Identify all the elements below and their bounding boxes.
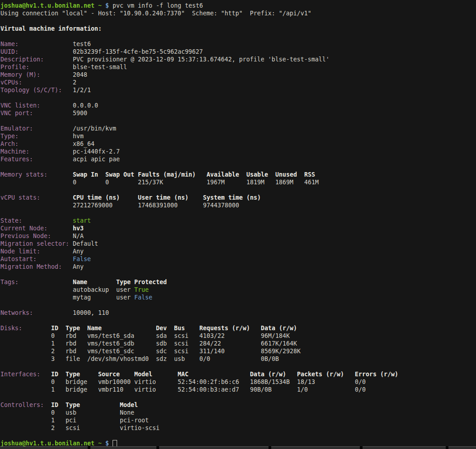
memstats-header-seg-0: Memory stats: [0,171,47,178]
controller-row-0: 0usbNone [0,409,476,416]
memstats-values-seg-4: 1819M [246,178,264,186]
interface-row-1: 1bridgevmbr110virtio52:54:00:b3:ae:d790B… [0,386,476,393]
tags-header-seg-1: Name [73,278,87,286]
disk-row-0-seg-0: 0 [51,332,55,340]
tags-header-seg-2: Type [116,278,131,286]
field-uuid: UUID:02b3239f-135f-4cfe-be75-5c962ac9962… [0,48,476,56]
disks-header-seg-1: ID [51,324,58,332]
disks-header-seg-3: Name [87,324,102,332]
controller-row-1-seg-2: pci-root [120,416,149,424]
tag-row-autobackup-seg-2: True [134,286,149,294]
field-migration-selector: Migration selector:Default [0,240,476,248]
field-current-node-seg-0: Current Node: [0,224,47,232]
interface-row-0: 0bridgevmbr10000virtio52:54:00:2f:b6:c61… [0,378,476,386]
field-vcpus-seg-0: vCPUs: [0,79,22,86]
field-features-seg-1: acpi apic pae [73,155,120,163]
disk-row-2: 2rbdvms/test6_sdcsdcscsi311/1408569K/292… [0,347,476,355]
taskbar-window-button-3[interactable] [271,446,360,449]
field-memory: Memory (M):2048 [0,71,476,79]
interface-row-1-seg-4: 52:54:00:b3:ae:d7 [178,386,239,393]
memstats-header: Memory stats:Swap InSwap OutFaults (maj/… [0,171,476,178]
taskbar-window-button-0[interactable] [0,446,88,449]
field-profile-seg-1: blse-test-small [73,63,127,71]
taskbar-window-button-5[interactable] [448,446,476,449]
interfaces-header-seg-0: Interfaces: [0,370,40,378]
section-title-seg-0: Virtual machine information: [0,25,102,33]
vcpustats-values: 27212769000174683910009744378000 [0,201,476,209]
memstats-header-seg-2: Swap Out [105,171,134,178]
vcpustats-values-seg-0: 27212769000 [73,201,113,209]
controller-row-2-seg-0: 2 [51,424,55,432]
tags-header-seg-3: Protected [134,278,167,286]
tag-row-mytag-seg-2: False [134,294,152,301]
field-migration-selector-seg-1: Default [73,240,98,248]
field-vnc-listen: VNC listen:0.0.0.0 [0,102,476,109]
interface-row-0-seg-1: bridge [66,378,87,386]
vcpustats-values-seg-2: 9744378000 [203,201,239,209]
interface-row-1-seg-7: 0/0 [355,386,366,393]
field-state: State:start [0,217,476,224]
disks-header-seg-5: Bus [174,324,185,332]
controllers-header-seg-3: Model [120,401,138,409]
disk-row-2-seg-6: 8569K/2928K [261,347,301,355]
vcpustats-header-seg-2: User time (ns) [138,194,189,201]
tags-header-seg-0: Tags: [0,278,19,286]
field-type: Type:hvm [0,132,476,140]
interfaces-header: Interfaces:IDTypeSourceModelMACData (r/w… [0,370,476,378]
tag-row-mytag-seg-1: user [116,294,131,301]
disk-row-3: 3file/dev/shm/vhostmd0sdzusb0/00B/0B [0,355,476,363]
field-migration-method-seg-1: Any [73,263,84,271]
taskbar-window-button-2[interactable] [159,446,269,449]
field-uuid-seg-0: UUID: [0,48,19,56]
disk-row-2-seg-0: 2 [51,347,55,355]
field-name: Name:test6 [0,40,476,48]
tag-row-mytag: mytaguserFalse [0,294,476,301]
field-vnc-listen-seg-0: VNC listen: [0,102,40,109]
prompt-line-1-seg-0: joshua@hv1.t.u.bonilan.net [0,2,94,9]
field-state-seg-1: start [73,217,91,224]
interfaces-header-seg-7: Packets (r/w) [297,370,344,378]
vcpustats-values-seg-1: 17468391000 [138,201,178,209]
interface-row-0-seg-3: virtio [134,378,156,386]
field-topology-seg-0: Topology (S/C/T): [0,86,62,94]
tag-row-autobackup: autobackupuserTrue [0,286,476,294]
memstats-values-seg-0: 0 [73,178,76,186]
interfaces-header-seg-8: Errors (r/w) [355,370,398,378]
field-node-limit-seg-0: Node limit: [0,248,40,255]
disks-header-seg-2: Type [66,324,80,332]
taskbar-window-button-4[interactable] [363,446,446,449]
field-migration-selector-seg-0: Migration selector: [0,240,69,248]
vcpustats-header-seg-3: System time (ns) [203,194,261,201]
field-type-seg-0: Type: [0,132,19,140]
memstats-values-seg-1: 0 [105,178,109,186]
disk-row-2-seg-4: scsi [174,347,189,355]
field-memory-seg-1: 2048 [73,71,87,79]
field-networks-seg-0: Networks: [0,309,33,317]
disk-row-1-seg-6: 6617K/164K [261,340,297,347]
vcpustats-header-seg-1: CPU time (ns) [73,194,120,201]
disk-row-2-seg-3: sdc [156,347,167,355]
memstats-header-seg-4: Available [207,171,239,178]
field-name-seg-0: Name: [0,40,19,48]
connection-info-seg-0: Using connection "local" - Host: "10.90.… [0,9,311,17]
disk-row-0-seg-1: rbd [66,332,76,340]
field-autostart-seg-0: Autostart: [0,255,37,263]
disks-header-seg-0: Disks: [0,324,22,332]
interface-row-0-seg-6: 18/13 [297,378,315,386]
memstats-values-seg-2: 215/37K [138,178,163,186]
interfaces-header-seg-3: Source [98,370,120,378]
interface-row-1-seg-3: virtio [134,386,156,393]
field-arch-seg-0: Arch: [0,140,19,148]
controller-row-0-seg-0: 0 [51,409,55,416]
tag-row-autobackup-seg-0: autobackup [73,286,109,294]
disk-row-0-seg-6: 96M/184K [261,332,290,340]
disk-row-0-seg-5: 4103/22 [199,332,225,340]
disk-row-3-seg-4: usb [174,355,185,363]
interface-row-0-seg-4: 52:54:00:2f:b6:c6 [178,378,239,386]
field-networks-seg-1: 10000, 110 [73,309,109,317]
taskbar-window-button-1[interactable] [90,446,156,449]
field-machine-seg-1: pc-i440fx-2.7 [73,148,120,155]
field-arch-seg-1: x86_64 [73,140,94,148]
field-emulator-seg-1: /usr/bin/kvm [73,125,116,132]
terminal-screen[interactable]: joshua@hv1.t.u.bonilan.net~$pvc vm info … [0,0,476,449]
